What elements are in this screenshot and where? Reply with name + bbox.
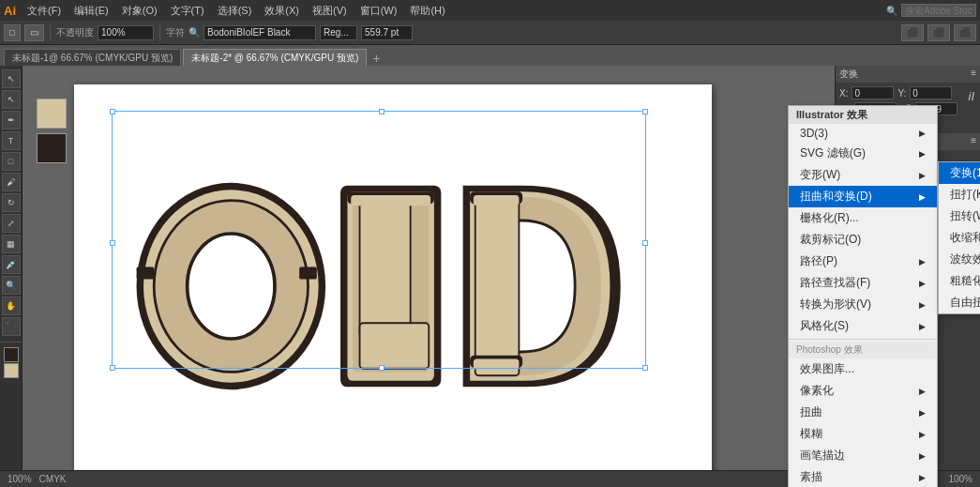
photoshop-section-title: Photoshop 效果 <box>789 342 937 358</box>
menu-object[interactable]: 对象(O) <box>116 2 163 20</box>
transform-panel-title: 变换 ≡ <box>836 66 980 83</box>
font-size-input[interactable] <box>361 25 413 40</box>
handle-bl[interactable] <box>110 365 115 371</box>
menu-distort[interactable]: 扭曲和变换(D) ▶ <box>789 186 937 207</box>
color-mode: CMYK <box>39 474 67 484</box>
svg-rect-19 <box>474 358 520 369</box>
menu-brushstroke[interactable]: 画笔描边 ▶ <box>789 445 937 466</box>
canvas-area[interactable]: Illustrator 效果 3D(3) ▶ SVG 滤镜(G) ▶ 变形(W)… <box>23 66 980 487</box>
menu-warp[interactable]: 变形(W) ▶ <box>789 164 937 186</box>
arrow-icon-pixelate: ▶ <box>919 387 926 396</box>
arrow-icon-path: ▶ <box>919 257 926 266</box>
brush-tool[interactable]: 🖌 <box>2 173 21 191</box>
search-input[interactable] <box>901 4 976 17</box>
artboard-tool[interactable]: ⬛ <box>2 317 21 336</box>
new-btn[interactable]: □ <box>4 24 21 41</box>
select-tool[interactable]: ↖ <box>2 69 21 88</box>
swatch-dark[interactable] <box>37 133 67 163</box>
submenu-twirl[interactable]: 扭转(W)... <box>939 205 980 227</box>
menu-pixelate[interactable]: 像素化 ▶ <box>789 380 937 402</box>
y-input[interactable] <box>910 86 952 99</box>
arrow-icon-svg: ▶ <box>919 149 926 159</box>
menu-sep-1 <box>789 339 937 340</box>
toolbar-sep-2 <box>159 24 160 41</box>
svg-rect-12 <box>360 323 430 369</box>
swatch-light[interactable] <box>37 99 67 129</box>
menu-3d[interactable]: 3D(3) ▶ <box>789 124 937 143</box>
svg-rect-14 <box>351 195 430 205</box>
toolbar-sep-1 <box>50 24 51 41</box>
ii-label: iI <box>969 89 975 103</box>
gradient-tool[interactable]: ▦ <box>2 235 21 253</box>
menu-select[interactable]: 选择(S) <box>212 2 258 20</box>
menu-text[interactable]: 文字(T) <box>165 2 210 20</box>
eyedropper-tool[interactable]: 💉 <box>2 255 21 274</box>
menu-window[interactable]: 窗口(W) <box>354 2 403 20</box>
arrow-icon-distort: ▶ <box>919 192 926 202</box>
menu-crop[interactable]: 裁剪标记(O) <box>789 229 937 251</box>
rotate-tool[interactable]: ↻ <box>2 193 21 212</box>
arrow-icon-sketch: ▶ <box>919 473 926 482</box>
handle-tr[interactable] <box>642 109 648 114</box>
transform-options-icon[interactable]: ≡ <box>971 68 976 81</box>
submenu-shrink[interactable]: 收缩和膨胀(P)... <box>939 227 980 249</box>
menu-edit[interactable]: 编辑(E) <box>68 2 114 20</box>
font-label: 字符 <box>166 26 185 39</box>
menu-shape[interactable]: 转换为形状(V) ▶ <box>789 294 937 315</box>
xy-row: X: Y: <box>839 86 976 99</box>
menu-stylize[interactable]: 风格化(S) ▶ <box>789 315 937 337</box>
scale-tool[interactable]: ⤢ <box>2 214 21 233</box>
menu-distort2[interactable]: 扭曲 ▶ <box>789 402 937 423</box>
tab-bar: 未标题-1@ 66.67% (CMYK/GPU 预览) 未标题-2* @ 66.… <box>0 45 980 66</box>
open-btn[interactable]: ▭ <box>24 24 44 41</box>
hand-tool[interactable]: ✋ <box>2 297 21 315</box>
menu-pathfinder[interactable]: 路径查找器(F) ▶ <box>789 272 937 294</box>
submenu-transform[interactable]: 变换(1)... <box>939 162 980 184</box>
menu-rasterize[interactable]: 栅格化(R)... <box>789 207 937 229</box>
submenu-twist[interactable]: 扭打(K)... <box>939 184 980 205</box>
font-name-input[interactable] <box>204 25 316 40</box>
svg-rect-11 <box>360 197 411 337</box>
new-tab-btn[interactable]: + <box>372 51 380 66</box>
font-icon: 🔍 <box>188 27 200 38</box>
letter-l <box>340 186 441 388</box>
align-right-btn[interactable]: ⬛ <box>954 24 976 41</box>
font-style-input[interactable] <box>320 25 357 40</box>
zoom-tool[interactable]: 🔍 <box>2 276 21 295</box>
submenu-freedistort[interactable]: 自由扭曲(F)... <box>939 292 980 313</box>
direct-select-tool[interactable]: ↖ <box>2 90 21 109</box>
submenu-roughen[interactable]: 粗糙化(K)... <box>939 270 980 292</box>
appearance-options-icon[interactable]: ≡ <box>971 135 976 148</box>
x-input[interactable] <box>852 86 894 99</box>
handle-ml[interactable] <box>110 240 115 246</box>
menu-svg[interactable]: SVG 滤镜(G) ▶ <box>789 143 937 164</box>
fill-color[interactable] <box>4 363 19 378</box>
opacity-input[interactable] <box>98 25 154 40</box>
menu-file[interactable]: 文件(F) <box>22 2 67 20</box>
color-section <box>0 342 22 379</box>
handle-tm[interactable] <box>379 109 384 114</box>
zoom-level: 100% <box>8 474 32 484</box>
menu-path[interactable]: 路径(P) ▶ <box>789 251 937 272</box>
status-info: 100% <box>948 474 972 484</box>
handle-tl[interactable] <box>110 109 115 114</box>
stroke-color[interactable] <box>4 347 19 362</box>
menu-blur[interactable]: 模糊 ▶ <box>789 423 937 445</box>
align-left-btn[interactable]: ⬛ <box>901 24 924 41</box>
menu-effect[interactable]: 效果(X) <box>259 2 305 20</box>
menu-view[interactable]: 视图(V) <box>307 2 353 20</box>
text-tool[interactable]: T <box>2 131 21 150</box>
pen-tool[interactable]: ✒ <box>2 111 21 129</box>
menu-filter-gallery[interactable]: 效果图库... <box>789 358 937 380</box>
arrow-icon-warp: ▶ <box>919 171 926 180</box>
shape-tool[interactable]: □ <box>2 152 21 171</box>
tab-1[interactable]: 未标题-1@ 66.67% (CMYK/GPU 预览) <box>4 49 181 66</box>
search-box: 🔍 <box>886 4 976 17</box>
main-area: ↖ ↖ ✒ T □ 🖌 ↻ ⤢ ▦ 💉 🔍 ✋ ⬛ <box>0 66 980 487</box>
canvas-white <box>74 84 712 487</box>
tab-2[interactable]: 未标题-2* @ 66.67% (CMYK/GPU 预览) <box>183 49 367 66</box>
menu-sketch[interactable]: 素描 ▶ <box>789 466 937 487</box>
menu-help[interactable]: 帮助(H) <box>404 2 450 20</box>
align-center-btn[interactable]: ⬛ <box>927 24 950 41</box>
submenu-ripple[interactable]: 波纹效果(Z)... <box>939 249 980 270</box>
